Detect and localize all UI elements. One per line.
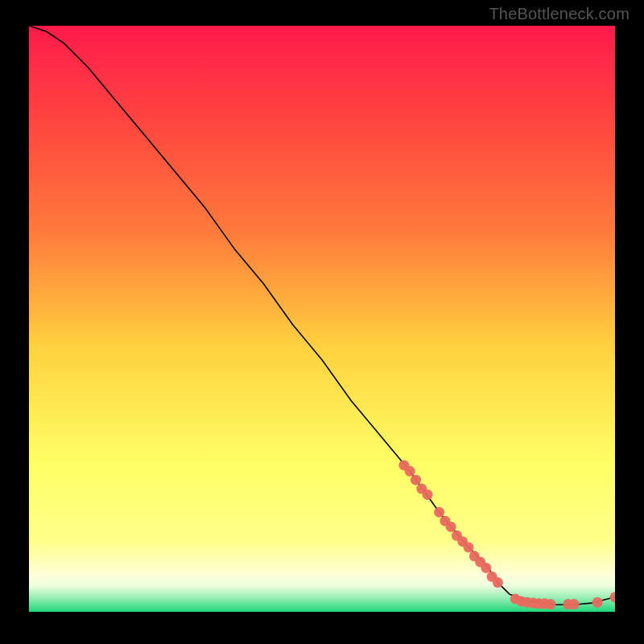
marker-point	[481, 563, 491, 573]
svg-rect-0	[29, 26, 615, 612]
chart-frame: TheBottleneck.com	[0, 0, 644, 644]
marker-point	[545, 599, 555, 609]
marker-point	[446, 522, 456, 532]
marker-point	[423, 489, 433, 500]
marker-point	[464, 542, 474, 552]
marker-point	[411, 475, 421, 485]
chart-svg	[29, 26, 615, 612]
marker-point	[592, 597, 603, 608]
watermark-text: TheBottleneck.com	[489, 5, 630, 23]
marker-point	[405, 466, 415, 477]
marker-point	[434, 507, 444, 518]
plot-area	[29, 26, 615, 612]
marker-point	[493, 577, 503, 588]
marker-point	[569, 599, 580, 609]
